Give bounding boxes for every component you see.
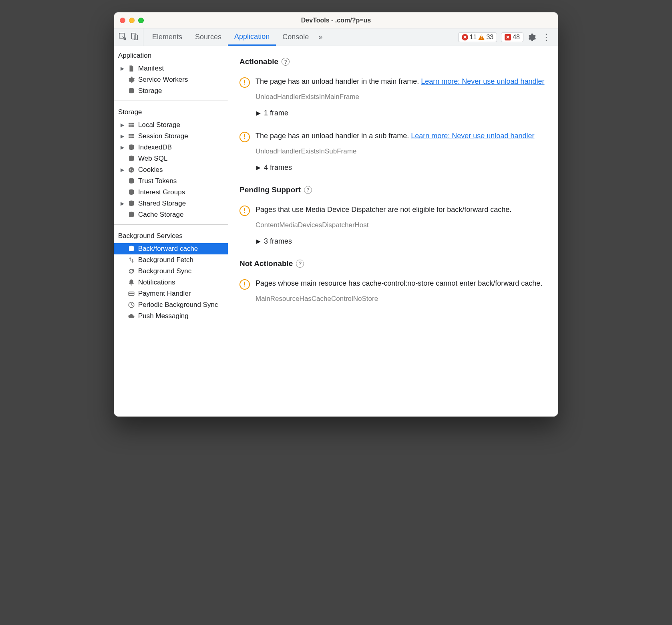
svg-point-16 (131, 169, 132, 169)
gear-icon (127, 76, 136, 83)
issue-message: The page has an unload handler in the ma… (256, 77, 544, 87)
minimize-icon[interactable] (129, 18, 135, 23)
file-icon (127, 65, 136, 72)
svg-rect-11 (131, 137, 134, 138)
help-icon[interactable]: ? (282, 58, 290, 66)
traffic-lights (120, 18, 144, 23)
svg-rect-5 (131, 123, 134, 125)
chevron-right-icon: ▶ (256, 110, 261, 116)
warning-badge-icon: ! (239, 279, 250, 290)
sidebar-item-label: Back/forward cache (138, 245, 198, 253)
console-status-chip[interactable]: ✕ 11 33 (458, 32, 497, 42)
issues-count: 48 (513, 34, 520, 41)
sidebar-item-label: Push Messaging (138, 312, 189, 320)
chevron-right-icon: ▶ (256, 238, 261, 244)
sidebar-item-payment-handler[interactable]: Payment Handler (114, 288, 228, 299)
sidebar-item-label: Trust Tokens (138, 177, 177, 185)
sidebar-section-background: Background Services (114, 226, 228, 243)
sidebar-item-cookies[interactable]: ▶Cookies (114, 164, 228, 175)
sidebar-section-application: Application (114, 46, 228, 63)
close-icon[interactable] (120, 18, 125, 23)
titlebar: DevTools - .com/?p=us (114, 12, 558, 28)
cloud-icon (127, 312, 136, 320)
sidebar-item-label: Background Fetch (138, 256, 193, 264)
sidebar-item-back-forward-cache[interactable]: Back/forward cache (114, 243, 228, 254)
sidebar-item-notifications[interactable]: Notifications (114, 277, 228, 288)
tab-elements[interactable]: Elements (146, 28, 189, 46)
svg-rect-1 (132, 33, 135, 39)
sidebar-item-label: Storage (138, 87, 162, 95)
devtools-window: DevTools - .com/?p=us Elements Sources A… (114, 12, 558, 417)
card-icon (127, 290, 136, 297)
tab-application[interactable]: Application (228, 28, 276, 46)
svg-rect-7 (131, 125, 134, 127)
sidebar-item-session-storage[interactable]: ▶Session Storage (114, 131, 228, 142)
updown-icon (127, 256, 136, 264)
help-icon[interactable]: ? (296, 260, 304, 268)
sidebar-item-background-sync[interactable]: Background Sync (114, 266, 228, 277)
device-toggle-icon[interactable] (130, 32, 139, 42)
db-icon (127, 189, 136, 196)
sidebar: Application▶ManifestService WorkersStora… (114, 46, 228, 416)
zoom-icon[interactable] (138, 18, 144, 23)
learn-more-link[interactable]: Learn more: Never use unload handler (411, 132, 534, 140)
warning-count: 33 (486, 34, 493, 41)
issue-row: !Pages that use Media Device Dispatcher … (239, 205, 549, 230)
more-tabs-icon[interactable]: » (315, 28, 326, 46)
sidebar-section-storage: Storage (114, 103, 228, 119)
svg-point-17 (130, 170, 131, 171)
content: Application▶ManifestService WorkersStora… (114, 46, 558, 416)
sidebar-item-background-fetch[interactable]: Background Fetch (114, 254, 228, 266)
sidebar-item-service-workers[interactable]: Service Workers (114, 74, 228, 85)
sidebar-item-cache-storage[interactable]: Cache Storage (114, 209, 228, 220)
help-icon[interactable]: ? (304, 186, 312, 194)
sidebar-item-periodic-background-sync[interactable]: Periodic Background Sync (114, 299, 228, 310)
expand-arrow-icon[interactable]: ▶ (120, 66, 125, 71)
sidebar-item-label: Periodic Background Sync (138, 301, 218, 309)
sidebar-item-label: Cookies (138, 166, 163, 174)
tab-sources[interactable]: Sources (189, 28, 228, 46)
toolbar: Elements Sources Application Console » ✕… (114, 28, 558, 46)
frames-disclosure[interactable]: ▶3 frames (256, 237, 549, 246)
sidebar-item-push-messaging[interactable]: Push Messaging (114, 310, 228, 322)
inspect-icon[interactable] (118, 32, 127, 42)
frames-count: 4 frames (264, 163, 292, 172)
sidebar-item-label: IndexedDB (138, 143, 172, 151)
sidebar-item-manifest[interactable]: ▶Manifest (114, 63, 228, 74)
expand-arrow-icon[interactable]: ▶ (120, 122, 125, 128)
tab-console[interactable]: Console (276, 28, 315, 46)
sidebar-item-label: Background Sync (138, 267, 191, 275)
sidebar-item-label: Shared Storage (138, 200, 186, 208)
settings-icon[interactable] (527, 33, 536, 42)
db-icon (127, 87, 136, 95)
frames-disclosure[interactable]: ▶1 frame (256, 109, 549, 117)
sidebar-item-label: Payment Handler (138, 290, 191, 298)
sidebar-item-storage[interactable]: Storage (114, 85, 228, 97)
sidebar-item-local-storage[interactable]: ▶Local Storage (114, 119, 228, 131)
sidebar-item-trust-tokens[interactable]: Trust Tokens (114, 175, 228, 187)
issue-group-heading: Actionable? (239, 57, 549, 66)
expand-arrow-icon[interactable]: ▶ (120, 145, 125, 150)
sidebar-item-label: Local Storage (138, 121, 180, 129)
chevron-right-icon: ▶ (256, 164, 261, 171)
db-icon (127, 211, 136, 218)
sidebar-item-indexeddb[interactable]: ▶IndexedDB (114, 142, 228, 153)
sidebar-item-web-sql[interactable]: Web SQL (114, 153, 228, 164)
issues-chip[interactable]: ✕ 48 (501, 32, 523, 42)
svg-point-15 (130, 169, 131, 169)
expand-arrow-icon[interactable]: ▶ (120, 133, 125, 139)
cookie-icon (127, 166, 136, 173)
issue-message: The page has an unload handler in a sub … (256, 131, 534, 141)
expand-arrow-icon[interactable]: ▶ (120, 167, 125, 173)
expand-arrow-icon[interactable]: ▶ (120, 201, 125, 206)
kebab-menu-icon[interactable]: ⋮ (540, 32, 552, 42)
sidebar-item-label: Service Workers (138, 76, 188, 84)
learn-more-link[interactable]: Learn more: Never use unload handler (421, 77, 544, 85)
sidebar-item-shared-storage[interactable]: ▶Shared Storage (114, 198, 228, 209)
error-icon: ✕ (462, 34, 468, 40)
db-icon (127, 155, 136, 162)
frames-disclosure[interactable]: ▶4 frames (256, 163, 549, 172)
issue-row: !Pages whose main resource has cache-con… (239, 278, 549, 304)
issue-code: MainResourceHasCacheControlNoStore (256, 294, 542, 304)
sidebar-item-interest-groups[interactable]: Interest Groups (114, 187, 228, 198)
